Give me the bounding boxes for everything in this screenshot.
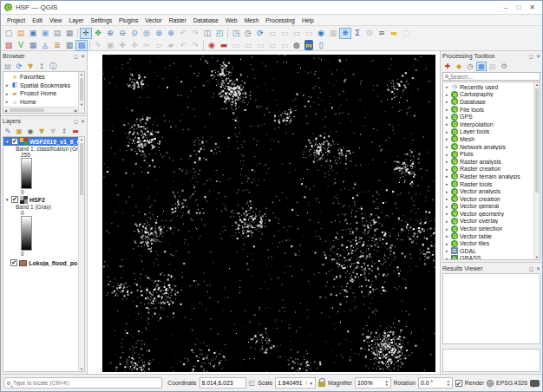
copy-features-icon[interactable]: ▱: [153, 40, 165, 51]
menu-item-help[interactable]: Help: [298, 17, 317, 23]
browser-item-project-home[interactable]: ▸▰Project Home: [3, 89, 78, 98]
layer-checkbox[interactable]: ✔: [11, 196, 18, 203]
menu-item-view[interactable]: View: [46, 17, 66, 23]
select-features-icon[interactable]: ▭: [266, 28, 278, 39]
browser-item-favorites[interactable]: ★Favorites: [3, 73, 78, 82]
globe-plugin-icon[interactable]: ◍: [291, 40, 303, 51]
add-feature-icon[interactable]: ✚: [116, 40, 128, 51]
map-canvas[interactable]: [102, 55, 435, 372]
processing-group-recently-used[interactable]: ▸◷Recently used: [443, 83, 533, 91]
layer-diagram-options-icon[interactable]: ▭: [242, 40, 254, 51]
add-wms-layer-icon[interactable]: ▨: [75, 40, 88, 51]
menu-item-project[interactable]: Project: [3, 17, 29, 23]
processing-group-grass[interactable]: ▸GGRASS: [443, 255, 533, 259]
highlight-labels-icon[interactable]: ▭: [266, 40, 278, 51]
processing-history-icon[interactable]: ◷: [465, 62, 475, 71]
undo-icon[interactable]: ↶: [177, 40, 189, 51]
measure-line-icon[interactable]: ≡: [376, 28, 388, 39]
scale-lock-icon[interactable]: [318, 382, 325, 387]
processing-group-vector-tiles[interactable]: ▸QVector tiles: [443, 239, 533, 247]
processing-group-raster-tools[interactable]: ▸QRaster tools: [443, 180, 533, 188]
browser-collapse-all-icon[interactable]: ↥: [36, 62, 47, 71]
minimize-icon[interactable]: –: [504, 3, 507, 11]
layout-manager-icon[interactable]: ▦: [63, 28, 75, 39]
osm-place-search-icon[interactable]: ◉: [206, 40, 218, 51]
magnifier-spin-icons[interactable]: ▲▼: [384, 380, 389, 387]
layer-collapse-icon[interactable]: ▾: [6, 197, 10, 202]
processing-search[interactable]: [442, 72, 540, 81]
menu-item-settings[interactable]: Settings: [88, 17, 116, 23]
browser-refresh-icon[interactable]: ⟳: [14, 62, 24, 71]
processing-models-icon[interactable]: ◆: [454, 62, 464, 71]
temporal-controller-icon[interactable]: ◷: [242, 28, 254, 39]
browser-item-spatial-bookmarks[interactable]: ▸◧Spatial Bookmarks: [3, 82, 78, 90]
menu-item-mesh[interactable]: Mesh: [241, 17, 263, 23]
processing-group-vector-creation[interactable]: ▸QVector creation: [443, 195, 533, 203]
expand-all-layers-icon[interactable]: ↕: [59, 127, 69, 136]
processing-group-vector-analysis[interactable]: ▸QVector analysis: [443, 187, 533, 195]
processing-group-gdal[interactable]: ▸GGDAL: [443, 247, 533, 255]
processing-group-plots[interactable]: ▸QPlots: [443, 150, 533, 158]
layer-item-wsf2019[interactable]: ▾ ✔ WSF2019_v1_6_6: [3, 137, 84, 146]
paste-features-icon[interactable]: ▰: [165, 40, 177, 51]
move-label-icon[interactable]: ▭: [278, 40, 291, 51]
pan-to-selection-icon[interactable]: ✥: [92, 28, 104, 39]
new-spatial-bookmark-icon[interactable]: ◰: [213, 28, 226, 39]
open-attribute-table-icon[interactable]: ▦: [327, 28, 339, 39]
processing-group-vector-selection[interactable]: ▸QVector selection: [443, 225, 533, 232]
results-viewer-float-icon[interactable]: ◻: [529, 265, 533, 271]
extents-toggle-icon[interactable]: ◱: [249, 379, 256, 387]
processing-options-icon[interactable]: ⚙: [499, 62, 509, 71]
add-mesh-layer-icon[interactable]: ◬: [39, 40, 51, 51]
filter-by-expression-icon[interactable]: ▼: [48, 127, 58, 136]
remove-layer-icon[interactable]: ▬: [70, 127, 81, 136]
processing-group-file-tools[interactable]: ▸QFile tools: [443, 106, 533, 114]
add-delimited-text-layer-icon[interactable]: ≣: [51, 40, 63, 51]
processing-group-mesh[interactable]: ▸QMesh: [443, 135, 533, 143]
processing-group-interpolation[interactable]: ▸QInterpolation: [443, 121, 533, 128]
locate-input[interactable]: [13, 380, 159, 386]
deselect-features-icon[interactable]: ▭: [291, 28, 303, 39]
statistics-summary-icon[interactable]: Σ: [351, 28, 363, 39]
new-project-icon[interactable]: ▢: [3, 28, 15, 39]
zoom-to-layer-icon[interactable]: ⊛: [165, 28, 177, 39]
new-print-layout-icon[interactable]: ▤: [51, 28, 63, 39]
processing-float-icon[interactable]: ◻: [529, 53, 533, 59]
toggle-editing-icon[interactable]: ✎: [92, 40, 104, 51]
locate-box[interactable]: [3, 377, 162, 389]
menu-item-edit[interactable]: Edit: [29, 17, 46, 23]
layer-labeling-options-icon[interactable]: ▭: [230, 40, 242, 51]
menu-item-plugins[interactable]: Plugins: [115, 17, 141, 23]
processing-group-raster-terrain-analysis[interactable]: ▸QRaster terrain analysis: [443, 173, 533, 180]
new-3d-map-view-icon[interactable]: ◳: [230, 28, 242, 39]
processing-group-vector-table[interactable]: ▸QVector table: [443, 232, 533, 240]
open-project-icon[interactable]: ▤: [15, 28, 27, 39]
magnifier-input[interactable]: [357, 380, 384, 386]
menu-item-web[interactable]: Web: [222, 17, 241, 23]
layers-close-icon[interactable]: ✕: [81, 118, 85, 124]
select-by-expression-icon[interactable]: ▭: [278, 28, 291, 39]
zoom-out-icon[interactable]: ⊖: [116, 28, 128, 39]
browser-float-icon[interactable]: ◻: [74, 53, 78, 59]
rotation-spin-icons[interactable]: ▲▼: [446, 380, 450, 387]
rotation-input[interactable]: [421, 380, 446, 386]
rotation-spinbox[interactable]: ▲▼: [418, 377, 453, 389]
processing-toolbox-toggle-icon[interactable]: ❋: [339, 28, 351, 39]
processing-group-vector-geometry[interactable]: ▸QVector geometry: [443, 210, 533, 218]
label-toolbar-icon[interactable]: ▬: [218, 40, 230, 51]
zoom-in-icon[interactable]: ⊕: [104, 28, 116, 39]
crs-globe-icon[interactable]: ⊕: [487, 380, 494, 387]
menu-item-processing[interactable]: Processing: [262, 17, 298, 23]
processing-native-algs-icon[interactable]: ✚: [442, 62, 453, 71]
processing-group-network-analysis[interactable]: ▸QNetwork analysis: [443, 143, 533, 151]
vertex-tool-icon[interactable]: ✜: [128, 40, 141, 51]
actions-icon[interactable]: ⚙: [363, 28, 376, 39]
menu-item-layer[interactable]: Layer: [65, 17, 87, 23]
zoom-to-selection-icon[interactable]: ⊚: [153, 28, 165, 39]
zoom-next-icon[interactable]: ↷: [189, 28, 201, 39]
processing-edit-inplace-icon[interactable]: ▧: [487, 62, 498, 71]
browser-vscrollbar[interactable]: ▲▼: [78, 72, 84, 113]
processing-group-cartography[interactable]: ▸QCartography: [443, 91, 533, 99]
layer-collapse-icon[interactable]: ▾: [6, 139, 10, 144]
refresh-map-icon[interactable]: ⟳: [254, 28, 266, 39]
